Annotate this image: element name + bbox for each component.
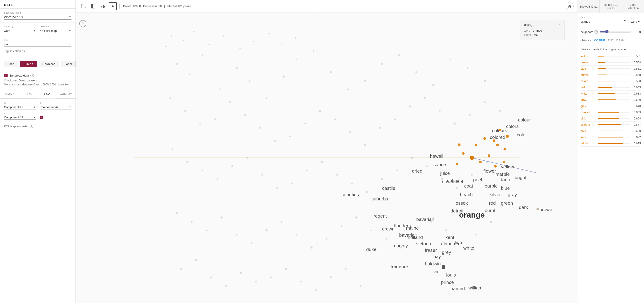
- label-castile: castile: [382, 186, 396, 191]
- cosine-option[interactable]: COSINE: [594, 39, 605, 42]
- svg-point-108: [208, 44, 210, 45]
- nearest-item[interactable]: blue 0.561: [580, 66, 641, 72]
- selection-box-icon[interactable]: [79, 2, 87, 10]
- svg-point-115: [462, 152, 465, 155]
- svg-point-104: [166, 46, 167, 47]
- svg-point-40: [409, 105, 411, 108]
- z-component-checkbox[interactable]: [40, 116, 43, 119]
- download-button[interactable]: Download: [39, 61, 59, 67]
- brightness-icon[interactable]: ◑: [99, 2, 107, 10]
- tab-umap[interactable]: UMAP: [0, 89, 19, 98]
- label-bright: bright: [514, 175, 526, 180]
- neighbors-info-icon[interactable]: ?: [594, 30, 598, 34]
- isolate-points-button[interactable]: Isolate 101 points: [600, 0, 622, 13]
- tag-selection-input[interactable]: [4, 49, 72, 53]
- nearest-item[interactable]: pink 0.664: [580, 115, 641, 122]
- svg-point-18: [398, 54, 400, 56]
- nearest-item[interactable]: green 0.558: [580, 59, 641, 66]
- svg-point-10: [266, 97, 268, 99]
- nearest-value: 0.695: [632, 142, 641, 145]
- svg-point-120: [458, 143, 460, 146]
- nearest-bar-wrap: [598, 93, 630, 94]
- clear-selection-button[interactable]: Clear selection: [622, 0, 644, 13]
- edit-by-dropdown[interactable]: word: [4, 42, 72, 47]
- nearest-item[interactable]: pale 0.690: [580, 128, 641, 134]
- pca-info-icon[interactable]: ?: [30, 125, 33, 128]
- x-component-dropdown[interactable]: Component #1: [4, 105, 36, 109]
- nearest-item[interactable]: purple 0.568: [580, 72, 641, 78]
- label-named: named: [450, 286, 465, 291]
- nearest-value: 0.664: [632, 117, 641, 120]
- label-orange-main: orange: [459, 211, 484, 219]
- search-clear-button[interactable]: *: [624, 19, 626, 23]
- publish-button[interactable]: Publish: [20, 61, 37, 67]
- euclidean-option[interactable]: EUCLIDEAN: [608, 39, 624, 42]
- text-icon[interactable]: A: [109, 2, 117, 10]
- show-all-data-button[interactable]: Show All Data: [578, 0, 600, 13]
- nearest-item[interactable]: gray 0.640: [580, 97, 641, 103]
- nearest-item[interactable]: bright 0.695: [580, 140, 641, 147]
- dataset-dropdown[interactable]: Word2Vec 10K: [4, 15, 72, 19]
- svg-point-97: [270, 277, 272, 278]
- nearest-item[interactable]: yellow 0.551: [580, 53, 641, 59]
- color-by-dropdown[interactable]: No color map: [40, 29, 72, 33]
- label-duke: duke: [366, 247, 376, 252]
- nearest-item[interactable]: colors 0.590: [580, 78, 641, 84]
- search-section: Search * by word: [578, 13, 644, 27]
- svg-point-37: [364, 144, 366, 146]
- label-by-dropdown[interactable]: word: [4, 29, 36, 33]
- nearest-word: grey: [580, 104, 596, 108]
- label-green: green: [501, 200, 513, 206]
- home-button[interactable]: [566, 2, 574, 10]
- svg-point-16: [364, 80, 366, 82]
- label-gray: gray: [508, 192, 517, 197]
- night-mode-icon[interactable]: [89, 2, 97, 10]
- tooltip-word-key: word: [524, 29, 530, 32]
- label-flower: flower: [484, 168, 496, 174]
- sphereize-info-icon[interactable]: ?: [30, 74, 34, 77]
- neighbors-slider[interactable]: [600, 30, 631, 33]
- nearest-bar: [598, 137, 623, 137]
- nearest-item[interactable]: grey 0.640: [580, 103, 641, 109]
- svg-point-5: [189, 74, 190, 75]
- label-white: white: [463, 245, 474, 251]
- nearest-word: colors: [580, 79, 596, 83]
- toolbar: ◑ A Points: 10000 | Dimension: 200 | Sel…: [76, 0, 577, 12]
- nearest-bar: [598, 143, 623, 144]
- label-button[interactable]: Label: [61, 61, 76, 67]
- label-fraser: fraser: [425, 248, 437, 253]
- svg-point-26: [200, 123, 201, 125]
- load-button[interactable]: Load: [4, 61, 18, 67]
- svg-point-61: [381, 178, 383, 180]
- nearest-item[interactable]: red 0.605: [580, 84, 641, 90]
- tab-pca[interactable]: PCA: [38, 89, 57, 98]
- nearest-item[interactable]: colored 0.659: [580, 109, 641, 115]
- svg-point-53: [262, 174, 263, 176]
- tab-custom[interactable]: CUSTOM: [56, 89, 76, 98]
- z-component-dropdown[interactable]: Component #3: [4, 115, 36, 120]
- svg-point-113: [281, 44, 282, 45]
- nearest-bar-wrap: [598, 112, 630, 113]
- svg-point-44: [469, 114, 471, 116]
- label-suburbs: suburbs: [372, 196, 388, 201]
- label-prince: prince: [441, 280, 454, 285]
- svg-point-103: [360, 285, 362, 287]
- nearest-item[interactable]: juice 0.692: [580, 134, 641, 140]
- svg-point-7: [219, 88, 220, 90]
- by-dropdown[interactable]: word: [630, 19, 641, 24]
- search-input[interactable]: [580, 19, 626, 24]
- tooltip-close-button[interactable]: ∧: [558, 22, 561, 27]
- scatter-canvas[interactable]: colors colour color colours colored yell…: [76, 12, 577, 303]
- sphereize-checkbox[interactable]: [4, 74, 8, 77]
- nearest-list: yellow 0.551 green 0.558 blue 0.561 purp…: [580, 53, 641, 147]
- svg-point-78: [310, 247, 313, 249]
- nearest-item[interactable]: white 0.633: [580, 90, 641, 97]
- y-component-dropdown[interactable]: Component #2: [40, 105, 72, 109]
- nearest-item[interactable]: colours 0.677: [580, 122, 641, 128]
- tab-tsne[interactable]: T-SNE: [19, 89, 38, 98]
- svg-point-41: [424, 97, 426, 99]
- label-color: color: [517, 132, 527, 137]
- nearest-bar: [598, 93, 615, 94]
- distance-label: distance: [580, 39, 591, 42]
- svg-point-124: [506, 135, 509, 138]
